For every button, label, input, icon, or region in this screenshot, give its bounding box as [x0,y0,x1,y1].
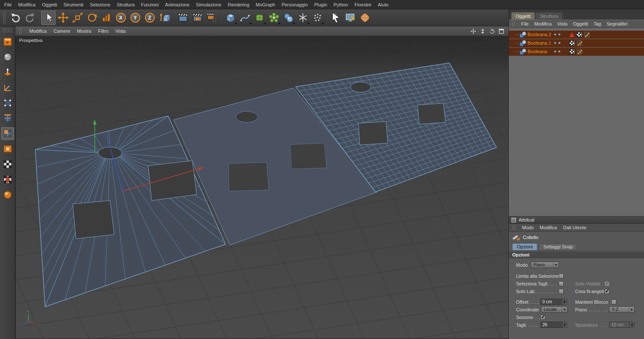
visibility-toggles[interactable] [554,50,562,53]
menu-simulazione[interactable]: Simulazione [196,2,221,7]
object-manager-grip[interactable] [512,21,516,26]
limita-alla-selezione-checkbox[interactable] [559,273,564,279]
vp-menu-modifica[interactable]: Modifica [29,28,47,34]
particle-icon[interactable] [295,11,310,25]
om-menu-segnalibri[interactable]: Segnalibri [607,21,627,26]
solo-lati-checkbox[interactable] [559,289,564,294]
menu-aiuto[interactable]: Aiuto [378,2,389,7]
object-name[interactable]: Booleana.2 [528,31,551,39]
visibility-toggles[interactable] [554,33,562,36]
x-axis-button[interactable]: X [113,11,128,25]
camera-label[interactable]: Prospettiva [19,38,43,43]
live-selection-icon[interactable] [41,11,56,25]
help-icon[interactable]: ? [329,11,343,25]
boolean-object-icon[interactable] [519,31,526,38]
workplane-icon[interactable] [1,81,14,94]
om-menu-oggetti[interactable]: Oggetti [573,21,588,26]
undo-icon[interactable] [8,11,23,25]
render-region-icon[interactable] [190,11,204,25]
menu-strumenti[interactable]: Strumenti [63,2,83,7]
display-tag-icon[interactable] [584,32,590,37]
particle-cloud-icon[interactable] [310,11,324,25]
snap-icon[interactable] [1,188,14,201]
warning-tag-icon[interactable] [569,32,574,37]
menu-python[interactable]: Python [334,2,348,7]
solo-visibile-checkbox[interactable] [604,281,610,286]
mantieni-blocco-checkbox[interactable] [611,299,616,305]
spinner-arrows-icon[interactable] [562,299,567,305]
om-menu-modifica[interactable]: Modifica [534,21,552,26]
attr-menu-modo[interactable]: Modo [522,225,534,230]
edges-mode-icon[interactable] [1,112,14,125]
spaziatura-spinner[interactable]: 10 cm [609,322,635,328]
render-settings-icon[interactable] [204,11,219,25]
z-axis-button[interactable]: Z [142,11,157,25]
zoom-view-icon[interactable] [479,28,486,34]
checker-texture-icon[interactable] [1,158,14,171]
tagli-spinner[interactable]: 26 [540,322,567,328]
pan-view-icon[interactable] [470,28,477,34]
rotate-icon[interactable] [85,11,99,25]
om-menu-file[interactable]: File [521,21,529,26]
offset-spinner[interactable]: 0 cm [540,299,567,305]
menu-modifica[interactable]: Modifica [18,2,36,7]
section-header[interactable]: Opzioni [509,251,644,258]
texture-tag-icon[interactable] [576,32,582,37]
piano-dropdown[interactable]: Y-Z [609,306,635,313]
metaball-icon[interactable] [281,11,295,25]
object-name[interactable]: Booleana.1 [528,39,551,47]
display-tag-icon[interactable] [577,40,582,46]
polygons-mode-icon[interactable] [1,127,14,140]
rotate-view-icon[interactable] [488,28,496,34]
om-menu-vista[interactable]: Vista [557,21,567,26]
vp-menu-filtro[interactable]: Filtro [98,28,108,34]
modo-dropdown[interactable]: Piano [531,262,559,268]
texture-mode-icon[interactable] [1,142,14,155]
menu-plugin[interactable]: Plugin [314,2,327,7]
sezione-checkbox[interactable] [540,315,545,320]
boolean-object-icon[interactable] [519,48,526,55]
array-icon[interactable] [267,11,281,25]
menu-funzioni[interactable]: Funzioni [141,2,159,7]
viewport-canvas[interactable]: Y X Z Prospettiva [15,36,508,339]
toolbar-grip[interactable] [3,11,6,24]
menu-rendering[interactable]: Rendering [228,2,250,7]
spline-icon[interactable] [238,11,252,25]
attr-menu-modifica[interactable]: Modifica [540,225,557,230]
spinner-arrows-icon[interactable] [562,322,567,328]
object-name[interactable]: Booleana [528,48,548,56]
object-row[interactable]: Booleana [509,48,644,56]
points-mode-icon[interactable] [1,97,14,109]
palette-grip[interactable] [3,28,13,33]
vp-menu-camere[interactable]: Camere [54,28,70,34]
scale-icon[interactable] [70,11,85,25]
menu-animazione[interactable]: Animazione [165,2,189,7]
object-row[interactable]: Booleana.1 [509,39,644,47]
vp-menu-mostra[interactable]: Mostra [77,28,91,34]
display-tag-icon[interactable] [577,49,582,54]
object-row[interactable]: Booleana.2 [509,31,644,39]
menu-mograph[interactable]: MoGraph [256,2,275,7]
boolean-object-icon[interactable] [519,40,526,46]
make-editable-icon[interactable] [1,35,14,48]
object-list[interactable]: Booleana.2 Booleana.1 [509,28,644,216]
viewport-grip[interactable] [19,28,23,34]
menu-selezione[interactable]: Selezione [90,2,110,7]
checker-arrow-icon[interactable] [1,173,14,186]
cube-primitive-icon[interactable] [223,11,238,25]
menu-personaggio[interactable]: Personaggio [281,2,308,7]
last-tool-icon[interactable] [99,11,113,25]
texture-tag-icon[interactable] [569,49,575,54]
coordinate-dropdown[interactable]: Locale [541,306,567,313]
crea-n-angoli-checkbox[interactable] [604,289,610,294]
menu-struttura[interactable]: Struttura [117,2,135,7]
move-icon[interactable] [56,11,70,25]
seleziona-tagli-checkbox[interactable] [559,281,564,286]
maximize-view-icon[interactable] [498,28,505,34]
spinner-arrows-icon[interactable] [630,322,634,328]
om-menu-tag[interactable]: Tag [593,21,601,26]
attr-menu-dati-utente[interactable]: Dati Utente [563,225,587,230]
menu-oggetti[interactable]: Oggetti [42,2,57,7]
layout-icon[interactable] [343,11,357,25]
coordinate-system-icon[interactable] [157,11,171,25]
